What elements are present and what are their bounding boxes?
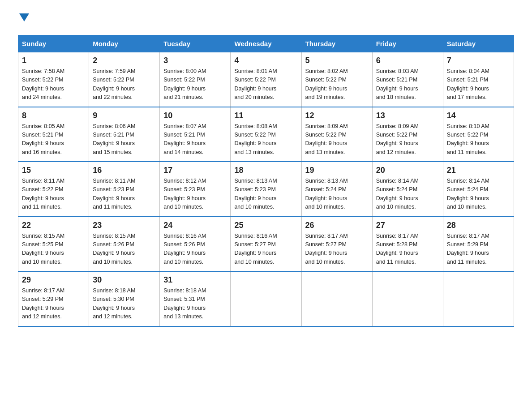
day-header-sunday: Sunday (18, 35, 89, 52)
calendar-cell: 22 Sunrise: 8:15 AMSunset: 5:25 PMDaylig… (18, 217, 89, 272)
day-number: 24 (163, 221, 227, 230)
day-info: Sunrise: 7:58 AMSunset: 5:22 PMDaylight:… (22, 68, 64, 100)
day-header-tuesday: Tuesday (160, 35, 231, 52)
day-number: 10 (163, 111, 227, 120)
day-header-monday: Monday (89, 35, 160, 52)
calendar-cell: 18 Sunrise: 8:13 AMSunset: 5:23 PMDaylig… (231, 162, 301, 217)
calendar-cell: 20 Sunrise: 8:14 AMSunset: 5:24 PMDaylig… (372, 162, 443, 217)
logo (18, 13, 29, 24)
day-info: Sunrise: 8:09 AMSunset: 5:22 PMDaylight:… (376, 123, 419, 155)
calendar-cell: 29 Sunrise: 8:17 AMSunset: 5:29 PMDaylig… (18, 271, 89, 326)
calendar-cell: 26 Sunrise: 8:17 AMSunset: 5:27 PMDaylig… (301, 217, 372, 272)
day-info: Sunrise: 8:16 AMSunset: 5:27 PMDaylight:… (234, 233, 277, 265)
day-info: Sunrise: 7:59 AMSunset: 5:22 PMDaylight:… (93, 68, 135, 100)
calendar-cell: 13 Sunrise: 8:09 AMSunset: 5:22 PMDaylig… (372, 107, 443, 162)
day-number: 3 (163, 56, 227, 65)
calendar-cell: 19 Sunrise: 8:13 AMSunset: 5:24 PMDaylig… (301, 162, 372, 217)
day-number: 29 (22, 275, 85, 285)
day-number: 27 (376, 221, 439, 230)
week-row-3: 15 Sunrise: 8:11 AMSunset: 5:22 PMDaylig… (18, 162, 514, 217)
logo-triangle-icon (19, 13, 29, 21)
calendar-cell (372, 271, 443, 326)
day-number: 17 (163, 166, 227, 175)
day-number: 19 (305, 166, 369, 175)
calendar-cell: 30 Sunrise: 8:18 AMSunset: 5:30 PMDaylig… (89, 271, 160, 326)
calendar-cell (301, 271, 372, 326)
day-number: 26 (305, 221, 369, 230)
day-number: 20 (376, 166, 439, 175)
calendar-cell: 4 Sunrise: 8:01 AMSunset: 5:22 PMDayligh… (231, 52, 301, 107)
day-number: 11 (234, 111, 297, 120)
day-number: 16 (93, 166, 156, 175)
day-info: Sunrise: 8:14 AMSunset: 5:24 PMDaylight:… (376, 178, 419, 210)
calendar-cell: 21 Sunrise: 8:14 AMSunset: 5:24 PMDaylig… (443, 162, 514, 217)
day-info: Sunrise: 8:08 AMSunset: 5:22 PMDaylight:… (234, 123, 277, 155)
day-number: 28 (447, 221, 510, 230)
day-info: Sunrise: 8:18 AMSunset: 5:31 PMDaylight:… (163, 287, 206, 320)
day-info: Sunrise: 8:01 AMSunset: 5:22 PMDaylight:… (234, 68, 277, 100)
week-row-2: 8 Sunrise: 8:05 AMSunset: 5:21 PMDayligh… (18, 107, 514, 162)
calendar-cell: 7 Sunrise: 8:04 AMSunset: 5:21 PMDayligh… (443, 52, 514, 107)
day-number: 13 (376, 111, 439, 120)
day-number: 7 (447, 56, 510, 65)
day-number: 30 (93, 275, 156, 285)
day-number: 8 (22, 111, 85, 120)
header-row: SundayMondayTuesdayWednesdayThursdayFrid… (18, 35, 514, 52)
day-header-thursday: Thursday (301, 35, 372, 52)
day-info: Sunrise: 8:15 AMSunset: 5:25 PMDaylight:… (22, 233, 64, 265)
day-info: Sunrise: 8:11 AMSunset: 5:23 PMDaylight:… (93, 178, 135, 210)
day-info: Sunrise: 8:13 AMSunset: 5:24 PMDaylight:… (305, 178, 348, 210)
week-row-1: 1 Sunrise: 7:58 AMSunset: 5:22 PMDayligh… (18, 52, 514, 107)
calendar-body: 1 Sunrise: 7:58 AMSunset: 5:22 PMDayligh… (18, 52, 514, 326)
calendar-cell: 10 Sunrise: 8:07 AMSunset: 5:21 PMDaylig… (160, 107, 231, 162)
calendar-cell: 5 Sunrise: 8:02 AMSunset: 5:22 PMDayligh… (301, 52, 372, 107)
calendar-cell: 17 Sunrise: 8:12 AMSunset: 5:23 PMDaylig… (160, 162, 231, 217)
day-info: Sunrise: 8:17 AMSunset: 5:28 PMDaylight:… (376, 233, 419, 265)
calendar-cell (231, 271, 301, 326)
day-number: 12 (305, 111, 369, 120)
day-number: 31 (163, 275, 227, 285)
calendar-cell: 9 Sunrise: 8:06 AMSunset: 5:21 PMDayligh… (89, 107, 160, 162)
day-info: Sunrise: 8:10 AMSunset: 5:22 PMDaylight:… (447, 123, 489, 155)
calendar-cell: 11 Sunrise: 8:08 AMSunset: 5:22 PMDaylig… (231, 107, 301, 162)
day-number: 15 (22, 166, 85, 175)
calendar-table: SundayMondayTuesdayWednesdayThursdayFrid… (18, 35, 514, 327)
day-info: Sunrise: 8:14 AMSunset: 5:24 PMDaylight:… (447, 178, 489, 210)
calendar-cell (443, 271, 514, 326)
week-row-5: 29 Sunrise: 8:17 AMSunset: 5:29 PMDaylig… (18, 271, 514, 326)
calendar-cell: 6 Sunrise: 8:03 AMSunset: 5:21 PMDayligh… (372, 52, 443, 107)
day-number: 9 (93, 111, 156, 120)
day-info: Sunrise: 8:15 AMSunset: 5:26 PMDaylight:… (93, 233, 135, 265)
day-info: Sunrise: 8:04 AMSunset: 5:21 PMDaylight:… (447, 68, 489, 100)
day-header-saturday: Saturday (443, 35, 514, 52)
week-row-4: 22 Sunrise: 8:15 AMSunset: 5:25 PMDaylig… (18, 217, 514, 272)
day-number: 23 (93, 221, 156, 230)
calendar-cell: 3 Sunrise: 8:00 AMSunset: 5:22 PMDayligh… (160, 52, 231, 107)
day-number: 25 (234, 221, 297, 230)
day-info: Sunrise: 8:13 AMSunset: 5:23 PMDaylight:… (234, 178, 277, 210)
calendar-cell: 8 Sunrise: 8:05 AMSunset: 5:21 PMDayligh… (18, 107, 89, 162)
calendar-cell: 27 Sunrise: 8:17 AMSunset: 5:28 PMDaylig… (372, 217, 443, 272)
day-info: Sunrise: 8:18 AMSunset: 5:30 PMDaylight:… (93, 287, 135, 320)
day-info: Sunrise: 8:09 AMSunset: 5:22 PMDaylight:… (305, 123, 348, 155)
day-info: Sunrise: 8:16 AMSunset: 5:26 PMDaylight:… (163, 233, 206, 265)
calendar-cell: 16 Sunrise: 8:11 AMSunset: 5:23 PMDaylig… (89, 162, 160, 217)
day-number: 18 (234, 166, 297, 175)
day-header-friday: Friday (372, 35, 443, 52)
calendar-cell: 15 Sunrise: 8:11 AMSunset: 5:22 PMDaylig… (18, 162, 89, 217)
day-info: Sunrise: 8:00 AMSunset: 5:22 PMDaylight:… (163, 68, 206, 100)
calendar-cell: 2 Sunrise: 7:59 AMSunset: 5:22 PMDayligh… (89, 52, 160, 107)
day-number: 22 (22, 221, 85, 230)
calendar-cell: 1 Sunrise: 7:58 AMSunset: 5:22 PMDayligh… (18, 52, 89, 107)
day-number: 6 (376, 56, 439, 65)
calendar-cell: 23 Sunrise: 8:15 AMSunset: 5:26 PMDaylig… (89, 217, 160, 272)
day-info: Sunrise: 8:12 AMSunset: 5:23 PMDaylight:… (163, 178, 206, 210)
calendar-cell: 24 Sunrise: 8:16 AMSunset: 5:26 PMDaylig… (160, 217, 231, 272)
day-info: Sunrise: 8:03 AMSunset: 5:21 PMDaylight:… (376, 68, 419, 100)
calendar-cell: 14 Sunrise: 8:10 AMSunset: 5:22 PMDaylig… (443, 107, 514, 162)
day-info: Sunrise: 8:06 AMSunset: 5:21 PMDaylight:… (93, 123, 135, 155)
calendar-cell: 25 Sunrise: 8:16 AMSunset: 5:27 PMDaylig… (231, 217, 301, 272)
calendar-cell: 31 Sunrise: 8:18 AMSunset: 5:31 PMDaylig… (160, 271, 231, 326)
day-number: 5 (305, 56, 369, 65)
day-number: 14 (447, 111, 510, 120)
